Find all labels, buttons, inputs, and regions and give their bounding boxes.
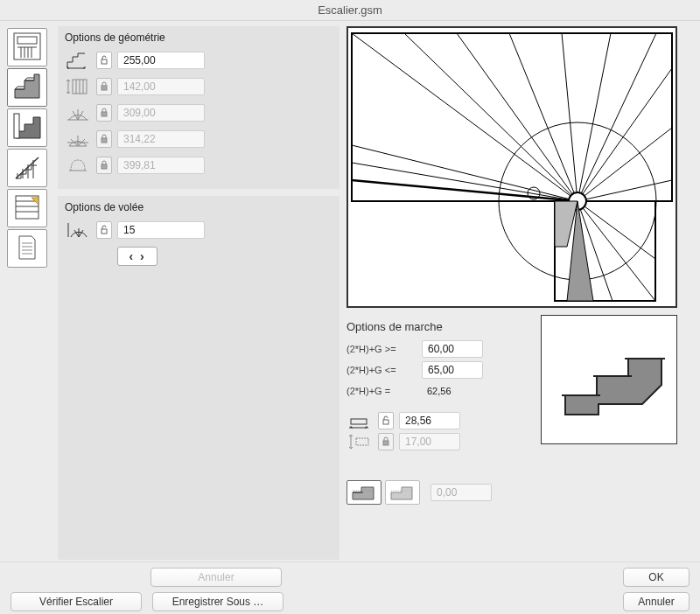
- svg-rect-27: [102, 59, 107, 64]
- svg-rect-1: [18, 37, 37, 44]
- sidebar-item-list[interactable]: [7, 189, 47, 227]
- svg-rect-11: [14, 114, 19, 138]
- svg-line-49: [74, 230, 79, 237]
- lock-icon: [99, 160, 109, 171]
- geometry-row-1: [65, 75, 332, 98]
- sidebar-item-railing[interactable]: [7, 149, 47, 187]
- stair-well-icon: [65, 156, 91, 175]
- sidebar-item-plan[interactable]: [7, 28, 47, 66]
- upper-cancel-button: Annuler: [150, 568, 282, 587]
- sidebar-item-document[interactable]: [7, 229, 47, 268]
- svg-rect-44: [102, 138, 107, 143]
- march-title: Options de marche: [346, 320, 534, 333]
- window-title: Escalier.gsm: [0, 0, 700, 21]
- lock-toggle[interactable]: [96, 221, 112, 239]
- flight-panel: Options de volée ‹ ›: [58, 196, 340, 560]
- nosing-mode-b[interactable]: [385, 480, 420, 505]
- lock-toggle[interactable]: [96, 130, 112, 148]
- tread-depth-value[interactable]: [399, 412, 460, 429]
- cancel-button[interactable]: Annuler: [623, 592, 690, 611]
- ok-button[interactable]: OK: [623, 568, 690, 587]
- march-label-result: (2*H)+G =: [346, 386, 416, 396]
- document-icon: [12, 233, 42, 265]
- riser-height-icon: [346, 432, 373, 451]
- march-result-value: 62,56: [422, 386, 452, 396]
- lock-icon: [99, 81, 109, 92]
- railing-icon: [12, 152, 42, 185]
- geometry-row-3: [65, 128, 332, 150]
- stair-step-icon: [12, 72, 42, 104]
- march-label-min: (2*H)+G >=: [346, 344, 416, 354]
- tread-depth-icon: [346, 411, 373, 430]
- lock-toggle[interactable]: [96, 104, 112, 122]
- flight-value[interactable]: [117, 221, 205, 239]
- geometry-row-2: [65, 101, 332, 124]
- footer: Annuler OK Vérifier Escalier Enregistrer…: [0, 562, 700, 614]
- lock-toggle[interactable]: [96, 52, 112, 69]
- flight-stepper[interactable]: ‹ ›: [117, 247, 158, 266]
- svg-marker-84: [391, 487, 412, 499]
- march-min-value[interactable]: [422, 340, 483, 358]
- sidebar-item-section[interactable]: [7, 108, 47, 147]
- stair-height-icon: [65, 77, 91, 96]
- march-label-max: (2*H)+G <=: [346, 365, 416, 375]
- lock-icon: [99, 134, 109, 144]
- save-as-button[interactable]: Enregistrer Sous …: [152, 592, 284, 611]
- geometry-row-0: [65, 49, 332, 72]
- flight-title: Options de volée: [65, 201, 332, 213]
- svg-rect-51: [102, 229, 107, 234]
- flight-row: [65, 219, 332, 241]
- riser-height-value: [399, 433, 460, 450]
- lock-icon: [99, 108, 109, 118]
- stair-arc2-icon: [65, 129, 91, 149]
- nosing-toggle-row: [346, 480, 534, 505]
- lock-icon: [381, 436, 391, 447]
- section-preview: [541, 315, 677, 444]
- svg-rect-38: [102, 112, 107, 116]
- middle-column: Options de géométrie: [58, 26, 340, 560]
- geometry-value-2: [117, 104, 205, 122]
- svg-line-50: [79, 230, 83, 237]
- lock-toggle[interactable]: [378, 433, 394, 450]
- svg-rect-80: [356, 438, 368, 445]
- plan-preview: [346, 26, 677, 308]
- unlock-icon: [99, 55, 109, 66]
- stair-section-icon: [12, 112, 42, 144]
- lock-toggle[interactable]: [96, 157, 112, 174]
- svg-marker-85: [565, 359, 662, 415]
- nosing-value: [430, 484, 492, 501]
- nosing-mode-a[interactable]: [346, 480, 382, 505]
- unlock-icon: [99, 225, 109, 235]
- svg-marker-82: [353, 487, 374, 499]
- svg-rect-76: [351, 419, 367, 424]
- stair-list-icon: [12, 192, 42, 225]
- geometry-value-4: [117, 157, 205, 174]
- svg-rect-52: [352, 33, 672, 201]
- sidebar: [7, 26, 51, 560]
- geometry-row-4: [65, 154, 332, 177]
- geometry-value-1: [117, 78, 205, 95]
- right-column: Options de marche (2*H)+G >= (2*H)+G <= …: [346, 26, 693, 560]
- sidebar-item-step[interactable]: [7, 68, 47, 107]
- svg-line-12: [16, 157, 38, 178]
- march-panel: Options de marche (2*H)+G >= (2*H)+G <= …: [346, 315, 534, 505]
- content-area: Options de géométrie: [0, 21, 700, 560]
- svg-rect-33: [102, 86, 107, 90]
- geometry-title: Options de géométrie: [65, 31, 332, 44]
- verify-stair-button[interactable]: Vérifier Escalier: [10, 592, 142, 611]
- stair-arc1-icon: [65, 103, 91, 122]
- flight-arc-icon: [65, 220, 91, 240]
- march-max-value[interactable]: [422, 361, 483, 379]
- march-area: Options de marche (2*H)+G >= (2*H)+G <= …: [346, 315, 693, 505]
- stair-total-run-icon: [65, 51, 91, 70]
- geometry-value-0[interactable]: [117, 52, 205, 69]
- svg-rect-78: [383, 420, 388, 424]
- geometry-panel: Options de géométrie: [58, 26, 340, 189]
- lock-toggle[interactable]: [96, 78, 112, 95]
- svg-rect-81: [383, 441, 388, 445]
- unlock-icon: [381, 415, 391, 426]
- svg-rect-46: [102, 164, 107, 169]
- lock-toggle[interactable]: [378, 412, 394, 429]
- stair-plan-icon: [12, 31, 42, 64]
- geometry-value-3: [117, 130, 205, 148]
